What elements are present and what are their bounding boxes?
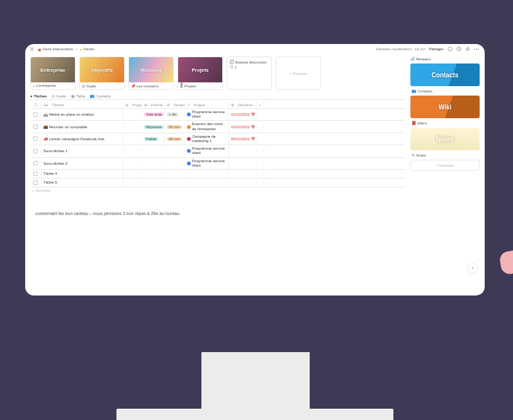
table-row[interactable]: 🤖Mettre en place un chatbotTrès forte+ 2… — [30, 109, 405, 121]
task-title: Tâche 5 — [43, 180, 57, 184]
row-projects-cell[interactable]: Examen des coûts de l'entreprise — [185, 121, 229, 132]
row-deadline-cell[interactable] — [229, 162, 257, 165]
new-row-button[interactable]: + Nouveau — [30, 187, 405, 194]
gallery-card-missions[interactable]: Missions 📌Les missions — [128, 57, 174, 90]
row-task-cell[interactable]: Sous-tâches 2 — [42, 160, 123, 167]
gallery-card-entreprise[interactable]: Entreprise ⌂L'entreprise — [30, 57, 76, 90]
star-icon[interactable] — [465, 47, 470, 52]
row-priority-cell[interactable]: Faible — [142, 136, 165, 142]
row-projects-cell[interactable] — [185, 172, 229, 175]
row-checkbox-cell — [30, 170, 42, 177]
project-chip[interactable]: Campagne de marketing 1 — [187, 135, 227, 143]
tab-taches[interactable]: ●Tâches — [30, 94, 47, 98]
row-projects-cell[interactable]: Programme service client — [185, 158, 229, 169]
clock-icon[interactable] — [456, 47, 461, 52]
gallery-card-projets[interactable]: Projets ≣Projets — [178, 57, 223, 90]
task-title: Recruter un comptable — [49, 125, 87, 129]
row-time-cell[interactable]: 20 min — [165, 136, 185, 142]
row-deadline-cell[interactable]: 08/02/2022 📅 — [229, 136, 257, 142]
row-task-cell[interactable]: Tâche 4 — [42, 170, 123, 177]
row-task-cell[interactable]: 💼Recruter un comptable — [42, 123, 123, 130]
row-checkbox[interactable] — [33, 180, 38, 185]
more-icon[interactable]: ••• — [474, 47, 480, 51]
row-time-cell[interactable] — [165, 150, 185, 152]
row-deadline-cell[interactable]: 02/02/2022 📅 — [229, 124, 257, 130]
row-priority-cell[interactable] — [142, 150, 165, 152]
sidebar-sub-wiki[interactable]: 📕Wiki's — [410, 121, 480, 125]
row-priority-cell[interactable] — [142, 172, 165, 175]
row-checkbox[interactable] — [33, 149, 38, 153]
row-deadline-cell[interactable] — [229, 172, 257, 175]
table-row[interactable]: 💼Recruter un comptableMoyenne20 minExame… — [30, 121, 405, 133]
row-time-cell[interactable] — [165, 181, 185, 184]
share-button[interactable]: Partager — [429, 47, 444, 51]
row-checkbox[interactable] — [33, 161, 38, 165]
row-priority-cell[interactable]: Très forte — [142, 111, 165, 118]
table-row[interactable]: 📣Lancer campagne Facebook AdsFaible20 mi… — [30, 133, 405, 145]
row-deadline-cell[interactable]: 01/02/2022 📅 — [229, 111, 257, 118]
row-task-cell[interactable]: Sous-tâches 1 — [42, 148, 123, 154]
row-time-cell[interactable]: + 2h — [165, 111, 185, 118]
sidebar-card-notes[interactable]: Notes — [410, 128, 480, 150]
table-row[interactable]: Tâche 5 — [30, 179, 405, 187]
row-time-cell[interactable] — [165, 162, 185, 165]
sidebar-sub-notes[interactable]: ✎Notes — [410, 153, 480, 157]
row-projects-cell[interactable]: Campagne de marketing 1 — [185, 133, 229, 145]
row-task-cell[interactable]: 📣Lancer campagne Facebook Ads — [42, 135, 123, 142]
comment-icon[interactable] — [448, 47, 453, 52]
col-projects[interactable]: ↗ Projets — [185, 101, 229, 108]
table-row[interactable]: Sous-tâches 2Programme service client — [30, 158, 405, 170]
tab-contacts[interactable]: 👥Contacts — [90, 94, 111, 98]
col-priority[interactable]: ⊕ Priorité — [142, 101, 165, 108]
row-progress-cell[interactable] — [123, 162, 142, 165]
help-button[interactable]: ? — [468, 264, 477, 273]
row-checkbox[interactable] — [33, 172, 38, 176]
project-chip[interactable]: Programme service client — [187, 146, 227, 155]
col-progress[interactable]: ⊕ Progrès — [123, 101, 142, 108]
sidebar-card-contacts[interactable]: Contacts — [410, 64, 480, 86]
project-chip[interactable]: Programme service client — [187, 159, 227, 168]
row-time-cell[interactable]: 20 min — [165, 124, 185, 130]
row-checkbox[interactable] — [33, 136, 38, 141]
task-table: ☐ Aa Tâches ⊕ Progrès ⊕ Priorité ⊕ Temps… — [30, 101, 405, 194]
row-progress-cell[interactable] — [123, 181, 142, 184]
project-chip[interactable]: Programme service client — [187, 110, 227, 119]
project-chip[interactable]: Examen des coûts de l'entreprise — [187, 122, 227, 131]
row-task-cell[interactable]: Tâche 5 — [42, 179, 123, 185]
sidebar-card-wiki[interactable]: Wiki — [410, 96, 480, 118]
row-priority-cell[interactable] — [142, 181, 165, 184]
row-progress-cell[interactable] — [123, 172, 142, 175]
row-deadline-cell[interactable] — [229, 181, 257, 184]
menu-icon[interactable] — [30, 47, 34, 51]
gallery-new-card[interactable]: + Nouveau — [276, 57, 321, 90]
table-row[interactable]: Tâche 4 — [30, 170, 405, 179]
row-progress-cell[interactable] — [123, 138, 142, 140]
col-task[interactable]: Aa Tâches — [42, 101, 123, 108]
breadcrumb-item-decks[interactable]: ✦ Decks — [79, 47, 94, 52]
row-projects-cell[interactable]: Programme service client — [185, 145, 229, 157]
sidebar-card-title: Contacts — [432, 72, 459, 79]
row-priority-cell[interactable]: Moyenne — [142, 124, 165, 130]
gallery-card-discussion[interactable]: 💬Espace discussion 🗨 2 — [227, 57, 272, 90]
row-projects-cell[interactable] — [185, 181, 229, 184]
row-priority-cell[interactable] — [142, 162, 165, 165]
row-progress-cell[interactable] — [123, 113, 142, 116]
col-deadline[interactable]: ⊕ Deadline — [229, 101, 257, 108]
tab-table[interactable]: ▦Table — [71, 94, 85, 98]
sidebar-sub-contacts[interactable]: 👥Contacts — [410, 89, 480, 93]
row-task-cell[interactable]: 🤖Mettre en place un chatbot — [42, 111, 123, 118]
sidebar-new-card[interactable]: + Nouveau — [410, 160, 480, 171]
col-add[interactable]: + — [257, 101, 264, 108]
row-progress-cell[interactable] — [123, 126, 142, 128]
row-progress-cell[interactable] — [123, 150, 142, 152]
row-checkbox[interactable] — [33, 113, 38, 117]
row-projects-cell[interactable]: Programme service client — [185, 109, 229, 120]
tab-goals[interactable]: ◎Goals — [52, 94, 66, 98]
breadcrumb-item-deck[interactable]: ▣ Deck Intervenants — [38, 47, 73, 52]
gallery-card-objectifs[interactable]: Objectifs ◎Goals — [79, 57, 125, 90]
table-row[interactable]: Sous-tâches 1Programme service client — [30, 145, 405, 157]
row-checkbox[interactable] — [33, 124, 38, 129]
row-time-cell[interactable] — [165, 172, 185, 175]
row-deadline-cell[interactable] — [229, 150, 257, 152]
col-time[interactable]: ⊕ Temps — [165, 101, 185, 108]
